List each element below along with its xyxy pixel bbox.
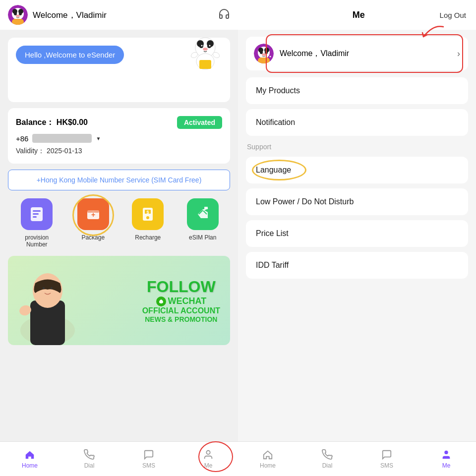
promo-banner: FOLLOW WECHAT OFFICIAL ACCOUNT NEWS & PR…: [8, 256, 230, 345]
svg-point-6: [16, 15, 20, 17]
promo-person: [8, 261, 87, 345]
support-section-label: Support: [246, 141, 468, 152]
svg-rect-49: [258, 58, 270, 63]
svg-point-40: [206, 450, 210, 454]
recharge-item[interactable]: $ Recharge: [132, 198, 164, 241]
price-list-item[interactable]: Price List: [246, 220, 468, 247]
promo-official: OFFICIAL ACCOUNT: [142, 306, 220, 315]
right-header: Me Log Out: [238, 0, 476, 30]
panda-character: [185, 33, 225, 72]
svg-rect-22: [33, 213, 39, 215]
svg-point-45: [260, 51, 263, 54]
right-nav-me[interactable]: Me: [416, 442, 476, 476]
left-nav-dial[interactable]: Dial: [60, 442, 119, 476]
recharge-label: Recharge: [135, 234, 161, 241]
right-header-title: Me: [353, 10, 365, 20]
svg-point-36: [43, 287, 45, 289]
promo-wechat: WECHAT: [168, 296, 207, 306]
provision-number-item[interactable]: provision Number: [19, 198, 54, 248]
balance-row: Balance： HK$0.00 Activated: [16, 116, 222, 129]
welcome-bubble: Hello ,Welcome to eSender: [16, 46, 124, 64]
svg-text:$: $: [147, 210, 149, 215]
package-item[interactable]: + Package: [77, 198, 109, 241]
left-nav-home[interactable]: Home: [0, 442, 60, 476]
svg-point-47: [270, 56, 271, 58]
svg-point-48: [262, 54, 266, 56]
svg-rect-21: [33, 210, 41, 212]
svg-point-29: [146, 216, 149, 219]
phone-row: +86 ▼: [16, 134, 222, 143]
profile-greeting: Welcome，Vladimir: [280, 49, 451, 59]
left-header-greeting: Welcome，Vladimir: [33, 9, 213, 21]
profile-chevron-icon: ›: [457, 49, 460, 59]
promo-follow: FOLLOW: [142, 278, 220, 296]
dropdown-arrow-icon[interactable]: ▼: [96, 136, 101, 141]
provision-icon-bg: [21, 198, 53, 230]
validity-row: Validity： 2025-01-13: [16, 147, 222, 156]
svg-rect-7: [12, 19, 24, 25]
left-bottom-nav: Home Dial SMS Me: [0, 441, 238, 476]
package-icon-bg: +: [77, 198, 109, 230]
welcome-section: Hello ,Welcome to eSender: [8, 38, 230, 102]
svg-point-37: [51, 287, 53, 289]
right-avatar: [254, 44, 274, 63]
svg-point-46: [265, 51, 268, 54]
right-panel: Me Log Out Welcome，Vladimir ›: [238, 0, 476, 476]
my-products-item[interactable]: My Products: [246, 77, 468, 104]
svg-point-14: [209, 45, 211, 47]
left-header: Welcome，Vladimir: [0, 0, 238, 30]
notification-item[interactable]: Notification: [246, 109, 468, 136]
logout-button[interactable]: Log Out: [440, 11, 466, 19]
svg-point-15: [203, 48, 208, 51]
phone-prefix: +86: [16, 134, 28, 143]
language-item[interactable]: Language: [246, 157, 468, 183]
svg-point-50: [444, 450, 448, 454]
svg-rect-19: [199, 60, 211, 69]
low-power-item[interactable]: Low Power / Do Not Disturb: [246, 188, 468, 215]
idd-tariff-item[interactable]: IDD Tariff: [246, 252, 468, 279]
promo-text: FOLLOW WECHAT OFFICIAL ACCOUNT NEWS & PR…: [142, 278, 220, 323]
right-nav-dial[interactable]: Dial: [298, 442, 357, 476]
activated-badge: Activated: [177, 116, 222, 129]
balance-card: Balance： HK$0.00 Activated +86 ▼ Validit…: [8, 108, 230, 164]
hk-service-button[interactable]: +Hong Kong Mobile Number Service (SIM Ca…: [8, 170, 230, 190]
package-label: Package: [81, 234, 105, 241]
left-nav-me[interactable]: Me: [178, 442, 238, 476]
balance-label: Balance： HK$0.00: [16, 118, 88, 128]
headphone-icon[interactable]: [218, 8, 230, 22]
svg-rect-26: [87, 210, 99, 213]
svg-point-13: [201, 45, 203, 47]
esim-label: eSIM Plan: [189, 234, 216, 241]
icon-grid: provision Number + Package: [8, 198, 230, 248]
left-nav-sms[interactable]: SMS: [119, 442, 178, 476]
svg-point-4: [14, 12, 17, 15]
balance-value: HK$0.00: [57, 118, 88, 126]
recharge-icon-bg: $: [132, 198, 164, 230]
right-bottom-nav: Home Dial SMS Me: [238, 441, 476, 476]
provision-label: provision Number: [19, 234, 54, 248]
esim-icon-bg: [187, 198, 219, 230]
right-nav-home[interactable]: Home: [238, 442, 298, 476]
avatar: [8, 5, 28, 25]
svg-point-5: [19, 12, 22, 15]
left-panel: Welcome，Vladimir Hello ,Welcome to eSend…: [0, 0, 238, 476]
svg-rect-31: [204, 207, 208, 209]
profile-row[interactable]: Welcome，Vladimir ›: [246, 37, 468, 70]
svg-rect-23: [33, 216, 37, 218]
esim-plan-item[interactable]: eSIM Plan: [187, 198, 219, 241]
validity-date: 2025-01-13: [47, 147, 82, 155]
phone-number-blur: [32, 134, 92, 143]
promo-news: NEWS & PROMOTION: [142, 315, 220, 323]
menu-list: My Products Notification Support Languag…: [238, 77, 476, 279]
right-nav-sms[interactable]: SMS: [357, 442, 416, 476]
